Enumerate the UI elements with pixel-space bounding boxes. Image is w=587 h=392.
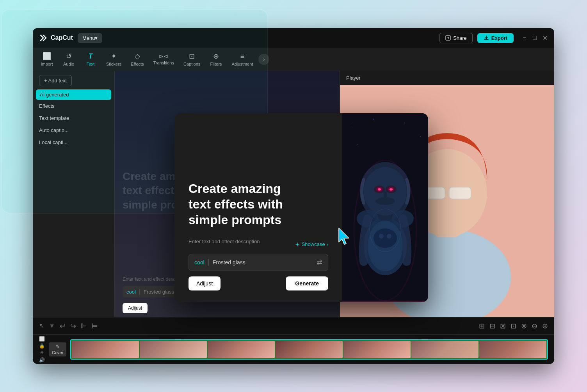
ai-bottom-row: Adijust Generate	[189, 276, 328, 290]
svg-point-19	[387, 234, 391, 239]
ai-showcase-link[interactable]: Showcase ›	[295, 241, 328, 247]
svg-point-13	[420, 136, 421, 137]
ai-dialog-inner: Create amazing text effects with simple …	[174, 113, 428, 302]
svg-rect-29	[384, 191, 387, 197]
svg-point-12	[404, 123, 405, 123]
svg-point-14	[358, 144, 358, 145]
ai-input-divider	[208, 259, 209, 266]
svg-point-27	[378, 188, 381, 191]
ai-dialog-right	[342, 113, 428, 302]
ai-input-text[interactable]: Frosted glass	[213, 259, 313, 265]
ai-subtext: Enter text and effect description	[189, 239, 260, 244]
ai-input-row[interactable]: cool Frosted glass ⇄	[189, 254, 328, 271]
ai-headline: Create amazing text effects with simple …	[189, 181, 328, 228]
shuffle-icon[interactable]: ⇄	[317, 258, 322, 267]
sparkle-icon	[295, 242, 300, 247]
svg-point-11	[373, 119, 374, 120]
ai-dialog: Create amazing text effects with simple …	[174, 113, 428, 302]
svg-point-30	[375, 197, 395, 205]
svg-point-10	[350, 125, 350, 125]
mouse-cursor	[336, 227, 352, 248]
ai-robot-background	[342, 113, 428, 302]
svg-point-18	[379, 234, 384, 239]
ai-input-tag: cool	[194, 259, 205, 265]
modal-overlay: Create amazing text effects with simple …	[0, 0, 587, 392]
svg-point-17	[374, 228, 397, 248]
svg-point-28	[390, 188, 393, 191]
ai-generate-button[interactable]: Generate	[286, 276, 328, 290]
ai-adjust-button[interactable]: Adijust	[189, 276, 221, 290]
ai-robot-image	[342, 113, 428, 301]
ai-dialog-left: Create amazing text effects with simple …	[174, 113, 342, 302]
